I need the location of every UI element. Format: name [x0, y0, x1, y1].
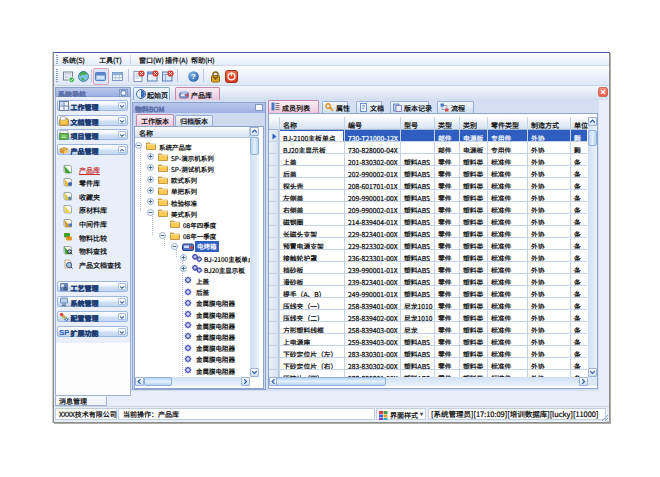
- svg-text:?: ?: [191, 72, 196, 81]
- svg-text:SP: SP: [59, 328, 69, 337]
